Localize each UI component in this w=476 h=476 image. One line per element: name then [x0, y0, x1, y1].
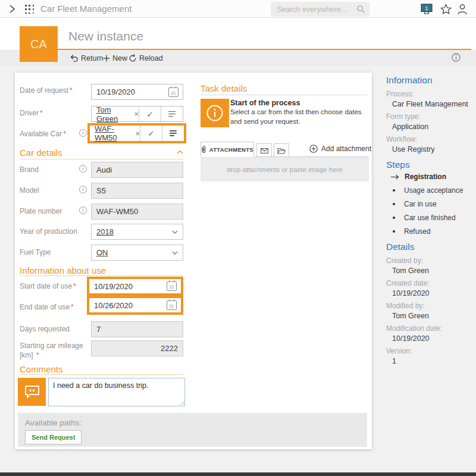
plus-circle-icon — [309, 145, 318, 153]
comments-textarea[interactable]: I need a car do business trip. — [48, 378, 185, 406]
information-title: Information — [386, 75, 475, 86]
year-of-production-value[interactable]: 2018 — [96, 227, 114, 236]
form-info-icon[interactable] — [452, 53, 461, 62]
date-of-request-field: 10/19/2020 21 — [91, 84, 183, 100]
toolbar: Return New Reload — [0, 50, 476, 66]
attachments-dropzone[interactable]: drop attachments or paste image here — [201, 156, 369, 181]
date-of-request-value[interactable]: 10/19/2020 — [96, 87, 135, 96]
reload-icon — [129, 54, 137, 62]
version-label: Version: — [386, 347, 475, 355]
section-divider — [20, 374, 183, 375]
step-info-icon — [201, 99, 229, 127]
year-of-production-dropdown[interactable]: 2018 — [91, 224, 183, 240]
section-divider — [20, 159, 183, 159]
tab-email-attachments[interactable] — [256, 143, 272, 157]
chevron-down-icon — [172, 230, 178, 234]
form-type-value: Application — [392, 123, 475, 131]
notifications-monitor-icon[interactable]: 1 — [419, 2, 434, 16]
task-details-section-title: Task details — [201, 83, 247, 93]
expand-menu-icon[interactable] — [8, 4, 16, 14]
available-paths-panel: Available paths: Send Request — [18, 413, 367, 447]
notification-badge: 1 — [425, 5, 428, 11]
modification-date-label: Modification date: — [386, 324, 475, 333]
tab-attachments[interactable]: ATTACHMENTS — [201, 142, 254, 157]
collapse-section-icon[interactable] — [177, 150, 183, 154]
available-car-info-icon[interactable]: i — [79, 129, 87, 137]
fuel-type-dropdown[interactable]: ON — [91, 245, 183, 261]
driver-label: Driver* — [20, 109, 43, 117]
comment-bubble-icon — [18, 378, 46, 406]
step-refused: Refused — [391, 227, 475, 236]
current-step-arrow-icon — [391, 174, 399, 180]
step-dot-icon — [393, 230, 395, 233]
plus-icon — [103, 55, 110, 62]
fuel-type-value[interactable]: ON — [96, 248, 108, 257]
information-about-use-section-title: Information about use — [20, 265, 106, 275]
reload-button[interactable]: Reload — [129, 50, 163, 66]
form-card: Date of request* 10/19/2020 21 Driver* T… — [15, 73, 372, 449]
end-date-value[interactable]: 10/26/2020 — [94, 301, 133, 310]
fuel-type-label: Fuel Type — [20, 248, 51, 256]
chevron-down-icon — [172, 251, 178, 255]
modified-by-label: Modified by: — [386, 302, 475, 310]
step-car-in-use: Car in use — [391, 200, 475, 208]
year-of-production-label: Year of production — [20, 227, 77, 236]
brand-label: Brand — [20, 165, 39, 174]
calendar-icon[interactable]: 21 — [167, 300, 177, 310]
start-date-field-highlighted: 10/19/2020 21 — [87, 277, 183, 296]
process-avatar: CA — [20, 26, 58, 62]
version-value: 1 — [392, 357, 475, 365]
available-car-remove-icon[interactable]: × — [135, 129, 140, 138]
calendar-icon[interactable]: 21 — [168, 87, 178, 97]
app-title: Car Fleet Management — [40, 4, 131, 14]
return-button[interactable]: Return — [70, 50, 104, 66]
process-label: Process: — [386, 90, 475, 98]
user-profile-icon[interactable] — [456, 3, 468, 15]
start-date-value[interactable]: 10/19/2020 — [94, 282, 133, 291]
days-requested-input — [91, 321, 183, 337]
app-window: Car Fleet Management 1 CA New instance — [0, 0, 476, 476]
workflow-value: Use Registry — [392, 145, 475, 154]
model-label: Model — [20, 186, 39, 195]
favorites-star-icon[interactable] — [440, 4, 452, 15]
task-step-heading: Start of the process — [230, 99, 300, 107]
plate-number-label: Plate number — [20, 207, 62, 215]
top-bar: Car Fleet Management 1 — [0, 0, 476, 18]
add-attachment-button[interactable]: Add attachment — [309, 145, 371, 153]
end-date-field-highlighted: 10/26/2020 21 — [87, 296, 183, 315]
plate-number-info-icon[interactable]: i — [79, 206, 87, 214]
workflow-label: Workflow: — [386, 135, 475, 143]
created-date-value: 10/19/2020 — [392, 289, 475, 298]
step-dot-icon — [393, 217, 395, 219]
bottom-bar — [0, 472, 476, 476]
driver-picker-icon[interactable] — [161, 107, 183, 121]
driver-confirm-icon[interactable]: ✓ — [139, 107, 161, 121]
resize-handle[interactable] — [180, 401, 184, 405]
available-car-value-link[interactable]: WAF-WM50 — [95, 124, 132, 142]
created-date-label: Created date: — [386, 279, 475, 287]
driver-remove-icon[interactable]: × — [134, 109, 139, 118]
step-usage-acceptance: Usage acceptance — [391, 186, 475, 195]
apps-grid-icon[interactable] — [25, 5, 35, 14]
available-car-confirm-icon[interactable]: ✓ — [140, 126, 162, 141]
brand-input — [91, 162, 183, 178]
driver-value-link[interactable]: Tom Green — [96, 105, 131, 123]
search-input[interactable] — [271, 2, 369, 17]
step-registration: Registration — [391, 173, 475, 181]
info-sidebar: Information Process: Car Fleet Managemen… — [386, 75, 475, 365]
brand-info-icon[interactable]: i — [79, 165, 87, 173]
model-info-icon[interactable]: i — [79, 186, 87, 193]
comments-section-title: Comments — [20, 364, 63, 374]
available-car-picker-icon[interactable] — [162, 126, 184, 141]
new-button[interactable]: New — [103, 50, 127, 66]
search-icon[interactable] — [356, 5, 365, 14]
calendar-icon[interactable]: 21 — [167, 281, 177, 291]
task-step-description: Select a car from the list then choose d… — [230, 108, 372, 126]
folder-icon — [277, 148, 286, 154]
days-requested-label: Days requested — [20, 325, 70, 333]
modified-by-value: Tom Green — [392, 312, 475, 320]
send-request-button[interactable]: Send Request — [25, 430, 82, 444]
created-by-value: Tom Green — [392, 267, 475, 275]
tab-related-attachments[interactable] — [274, 143, 289, 157]
modification-date-value: 10/19/2020 — [392, 334, 475, 343]
